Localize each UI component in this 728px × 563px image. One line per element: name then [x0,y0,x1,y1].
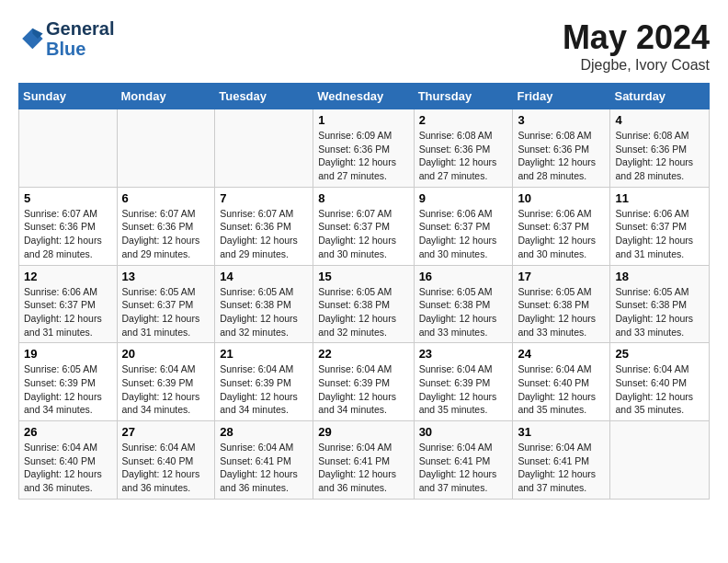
weekday-thursday: Thursday [414,84,513,109]
weekday-tuesday: Tuesday [215,84,313,109]
day-info: Sunrise: 6:06 AM Sunset: 6:37 PM Dayligh… [24,285,112,339]
logo-icon [18,26,44,52]
day-number: 17 [518,270,605,283]
day-number: 1 [318,113,408,127]
logo: General Blue [18,18,114,59]
day-number: 20 [122,347,210,361]
day-number: 2 [419,113,508,127]
day-number: 18 [615,270,704,283]
day-info: Sunrise: 6:04 AM Sunset: 6:41 PM Dayligh… [220,441,308,495]
calendar-cell: 24Sunrise: 6:04 AM Sunset: 6:40 PM Dayli… [513,343,610,421]
day-number: 19 [24,347,112,361]
calendar-cell: 18Sunrise: 6:05 AM Sunset: 6:38 PM Dayli… [610,265,710,343]
day-info: Sunrise: 6:08 AM Sunset: 6:36 PM Dayligh… [518,129,605,183]
calendar-cell [610,421,710,500]
calendar-cell: 1Sunrise: 6:09 AM Sunset: 6:36 PM Daylig… [313,109,414,188]
day-info: Sunrise: 6:06 AM Sunset: 6:37 PM Dayligh… [518,207,605,261]
week-row-3: 12Sunrise: 6:06 AM Sunset: 6:37 PM Dayli… [19,265,710,343]
day-number: 22 [318,347,408,361]
calendar-cell: 6Sunrise: 6:07 AM Sunset: 6:36 PM Daylig… [117,187,215,265]
day-number: 6 [122,191,210,205]
calendar-cell: 5Sunrise: 6:07 AM Sunset: 6:36 PM Daylig… [19,187,118,265]
week-row-2: 5Sunrise: 6:07 AM Sunset: 6:36 PM Daylig… [19,187,710,265]
calendar-cell: 27Sunrise: 6:04 AM Sunset: 6:40 PM Dayli… [117,421,215,500]
calendar-cell: 10Sunrise: 6:06 AM Sunset: 6:37 PM Dayli… [513,187,610,265]
month-title: May 2024 [563,18,710,57]
day-info: Sunrise: 6:05 AM Sunset: 6:37 PM Dayligh… [122,285,210,339]
calendar-cell: 8Sunrise: 6:07 AM Sunset: 6:37 PM Daylig… [313,187,414,265]
calendar-cell: 21Sunrise: 6:04 AM Sunset: 6:39 PM Dayli… [215,343,313,421]
calendar-cell [215,109,313,188]
calendar-cell: 14Sunrise: 6:05 AM Sunset: 6:38 PM Dayli… [215,265,313,343]
day-info: Sunrise: 6:04 AM Sunset: 6:41 PM Dayligh… [518,441,605,495]
calendar-cell: 19Sunrise: 6:05 AM Sunset: 6:39 PM Dayli… [19,343,118,421]
week-row-1: 1Sunrise: 6:09 AM Sunset: 6:36 PM Daylig… [19,109,710,188]
day-info: Sunrise: 6:04 AM Sunset: 6:40 PM Dayligh… [24,441,112,495]
day-info: Sunrise: 6:04 AM Sunset: 6:40 PM Dayligh… [615,362,704,417]
day-number: 27 [122,425,210,439]
day-number: 10 [518,191,605,205]
calendar-cell: 12Sunrise: 6:06 AM Sunset: 6:37 PM Dayli… [19,265,118,343]
calendar-cell: 31Sunrise: 6:04 AM Sunset: 6:41 PM Dayli… [513,421,610,500]
calendar-cell: 3Sunrise: 6:08 AM Sunset: 6:36 PM Daylig… [513,109,610,188]
day-info: Sunrise: 6:04 AM Sunset: 6:41 PM Dayligh… [318,441,408,495]
day-info: Sunrise: 6:06 AM Sunset: 6:37 PM Dayligh… [419,207,508,261]
calendar-cell: 17Sunrise: 6:05 AM Sunset: 6:38 PM Dayli… [513,265,610,343]
calendar-cell: 9Sunrise: 6:06 AM Sunset: 6:37 PM Daylig… [414,187,513,265]
logo-text: General Blue [46,18,114,59]
day-number: 26 [24,425,112,439]
weekday-header-row: SundayMondayTuesdayWednesdayThursdayFrid… [19,84,710,109]
day-info: Sunrise: 6:09 AM Sunset: 6:36 PM Dayligh… [318,129,408,183]
location: Djegbe, Ivory Coast [563,57,710,74]
day-number: 28 [220,425,308,439]
day-number: 12 [24,270,112,283]
day-info: Sunrise: 6:04 AM Sunset: 6:39 PM Dayligh… [220,362,308,417]
day-number: 30 [419,425,508,439]
calendar-cell: 26Sunrise: 6:04 AM Sunset: 6:40 PM Dayli… [19,421,118,500]
calendar-cell: 30Sunrise: 6:04 AM Sunset: 6:41 PM Dayli… [414,421,513,500]
calendar-cell: 16Sunrise: 6:05 AM Sunset: 6:38 PM Dayli… [414,265,513,343]
day-info: Sunrise: 6:05 AM Sunset: 6:38 PM Dayligh… [220,285,308,339]
day-info: Sunrise: 6:04 AM Sunset: 6:41 PM Dayligh… [419,441,508,495]
day-info: Sunrise: 6:07 AM Sunset: 6:36 PM Dayligh… [220,207,308,261]
weekday-sunday: Sunday [19,84,118,109]
day-number: 7 [220,191,308,205]
calendar-cell: 25Sunrise: 6:04 AM Sunset: 6:40 PM Dayli… [610,343,710,421]
calendar-table: SundayMondayTuesdayWednesdayThursdayFrid… [18,83,710,500]
day-info: Sunrise: 6:05 AM Sunset: 6:39 PM Dayligh… [24,362,112,417]
day-number: 5 [24,191,112,205]
day-info: Sunrise: 6:06 AM Sunset: 6:37 PM Dayligh… [615,207,704,261]
day-number: 8 [318,191,408,205]
day-info: Sunrise: 6:05 AM Sunset: 6:38 PM Dayligh… [419,285,508,339]
weekday-wednesday: Wednesday [313,84,414,109]
calendar-cell: 2Sunrise: 6:08 AM Sunset: 6:36 PM Daylig… [414,109,513,188]
calendar-cell: 7Sunrise: 6:07 AM Sunset: 6:36 PM Daylig… [215,187,313,265]
calendar-cell: 22Sunrise: 6:04 AM Sunset: 6:39 PM Dayli… [313,343,414,421]
day-number: 23 [419,347,508,361]
title-area: May 2024 Djegbe, Ivory Coast [563,18,710,74]
week-row-5: 26Sunrise: 6:04 AM Sunset: 6:40 PM Dayli… [19,421,710,500]
day-number: 31 [518,425,605,439]
weekday-saturday: Saturday [610,84,710,109]
day-number: 3 [518,113,605,127]
day-info: Sunrise: 6:04 AM Sunset: 6:40 PM Dayligh… [518,362,605,417]
day-info: Sunrise: 6:04 AM Sunset: 6:39 PM Dayligh… [419,362,508,417]
day-number: 11 [615,191,704,205]
day-info: Sunrise: 6:04 AM Sunset: 6:40 PM Dayligh… [122,441,210,495]
day-info: Sunrise: 6:07 AM Sunset: 6:36 PM Dayligh… [24,207,112,261]
day-info: Sunrise: 6:05 AM Sunset: 6:38 PM Dayligh… [518,285,605,339]
calendar-cell: 11Sunrise: 6:06 AM Sunset: 6:37 PM Dayli… [610,187,710,265]
day-info: Sunrise: 6:07 AM Sunset: 6:37 PM Dayligh… [318,207,408,261]
calendar-cell: 29Sunrise: 6:04 AM Sunset: 6:41 PM Dayli… [313,421,414,500]
page-header: General Blue May 2024 Djegbe, Ivory Coas… [18,18,710,74]
weekday-friday: Friday [513,84,610,109]
day-info: Sunrise: 6:08 AM Sunset: 6:36 PM Dayligh… [615,129,704,183]
day-number: 24 [518,347,605,361]
day-number: 25 [615,347,704,361]
day-number: 29 [318,425,408,439]
day-number: 15 [318,270,408,283]
day-number: 14 [220,270,308,283]
day-info: Sunrise: 6:08 AM Sunset: 6:36 PM Dayligh… [419,129,508,183]
day-number: 16 [419,270,508,283]
calendar-cell: 4Sunrise: 6:08 AM Sunset: 6:36 PM Daylig… [610,109,710,188]
